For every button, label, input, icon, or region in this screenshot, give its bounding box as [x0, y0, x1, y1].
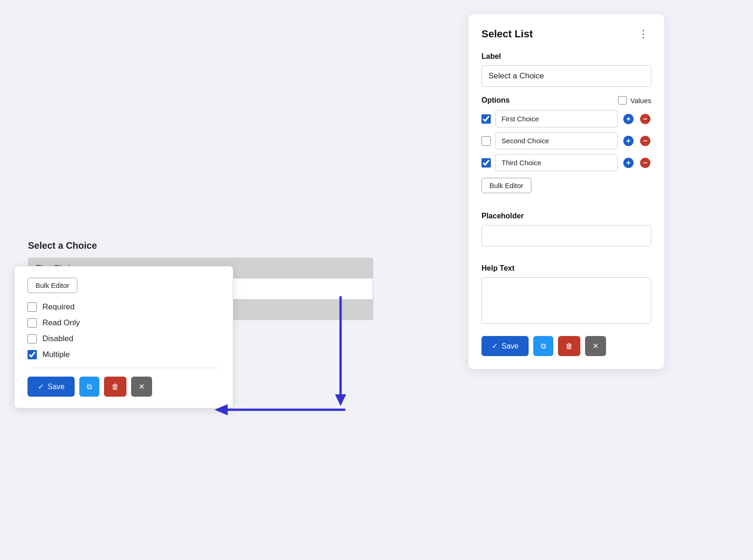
- readonly-checkbox[interactable]: [28, 318, 37, 328]
- right-delete-button[interactable]: 🗑: [558, 336, 580, 356]
- action-buttons: ✓ Save ⧉ 🗑 ✕: [28, 377, 220, 397]
- required-checkbox[interactable]: [28, 302, 37, 312]
- option-2-add-button[interactable]: +: [622, 135, 634, 147]
- minus-icon: −: [640, 136, 650, 146]
- right-save-label: Save: [502, 342, 518, 350]
- check-icon: ✓: [492, 342, 498, 350]
- right-action-buttons: ✓ Save ⧉ 🗑 ✕: [481, 336, 651, 356]
- help-text-input[interactable]: [481, 277, 651, 324]
- svg-marker-3: [215, 404, 228, 415]
- multiple-row: Multiple: [28, 350, 220, 359]
- form-label: Select a Choice: [28, 240, 373, 251]
- close-icon: ✕: [139, 383, 145, 391]
- multiple-label: Multiple: [42, 350, 70, 359]
- disabled-label: Disabled: [42, 334, 73, 343]
- option-2-remove-button[interactable]: −: [639, 135, 651, 147]
- check-icon: ✓: [38, 382, 44, 391]
- bulk-editor-button-right[interactable]: Bulk Editor: [481, 178, 531, 193]
- copy-icon: ⧉: [87, 383, 92, 391]
- placeholder-title: Placeholder: [481, 212, 651, 220]
- plus-icon: +: [623, 114, 634, 124]
- minus-icon: −: [640, 158, 650, 168]
- option-1-checkbox[interactable]: [481, 114, 491, 124]
- trash-icon: 🗑: [565, 342, 573, 350]
- options-section-title: Options: [481, 96, 509, 105]
- right-cancel-button[interactable]: ✕: [585, 336, 606, 356]
- required-row: Required: [28, 302, 220, 312]
- option-3-remove-button[interactable]: −: [639, 157, 651, 169]
- card-title: Select List: [481, 28, 533, 40]
- option-2-input[interactable]: [495, 132, 618, 149]
- cancel-button[interactable]: ✕: [131, 377, 152, 397]
- trash-icon: 🗑: [112, 383, 119, 391]
- copy-icon: ⧉: [541, 342, 546, 350]
- disabled-checkbox[interactable]: [28, 334, 37, 343]
- disabled-row: Disabled: [28, 334, 220, 343]
- placeholder-input[interactable]: [481, 225, 651, 246]
- option-1-remove-button[interactable]: −: [639, 113, 651, 125]
- options-header: Options Values: [481, 96, 651, 105]
- right-panel: Select List ⋮ Label Options Values + −: [380, 0, 753, 560]
- close-icon: ✕: [593, 342, 599, 350]
- plus-icon: +: [623, 158, 634, 168]
- delete-button[interactable]: 🗑: [104, 377, 126, 397]
- minus-icon: −: [640, 114, 650, 124]
- option-2-checkbox[interactable]: [481, 136, 491, 146]
- option-row-1: + −: [481, 110, 651, 127]
- readonly-row: Read Only: [28, 318, 220, 328]
- values-row: Values: [618, 96, 651, 105]
- bulk-editor-popup: Bulk Editor Required Read Only Disabled …: [14, 266, 233, 408]
- option-1-add-button[interactable]: +: [622, 113, 634, 125]
- right-save-button[interactable]: ✓ Save: [481, 336, 529, 356]
- card-header: Select List ⋮: [481, 27, 651, 41]
- option-1-input[interactable]: [495, 110, 618, 127]
- values-label: Values: [630, 97, 651, 105]
- option-3-input[interactable]: [495, 154, 618, 171]
- down-arrow: [335, 296, 346, 406]
- bulk-editor-button[interactable]: Bulk Editor: [28, 278, 77, 293]
- left-arrow: [215, 404, 345, 415]
- settings-card: Select List ⋮ Label Options Values + −: [468, 14, 664, 369]
- option-row-3: + −: [481, 154, 651, 171]
- placeholder-section: Placeholder: [481, 212, 651, 256]
- label-section-title: Label: [481, 52, 651, 61]
- multiple-checkbox[interactable]: [28, 350, 37, 359]
- copy-button[interactable]: ⧉: [79, 377, 99, 397]
- help-text-title: Help Text: [481, 264, 651, 273]
- option-row-2: + −: [481, 132, 651, 149]
- save-label: Save: [48, 383, 64, 391]
- help-text-section: Help Text: [481, 264, 651, 326]
- plus-icon: +: [623, 136, 634, 146]
- readonly-label: Read Only: [42, 318, 80, 328]
- option-3-checkbox[interactable]: [481, 158, 491, 168]
- more-options-icon[interactable]: ⋮: [635, 27, 651, 41]
- right-copy-button[interactable]: ⧉: [533, 336, 553, 356]
- values-checkbox[interactable]: [618, 96, 627, 105]
- required-label: Required: [42, 302, 75, 312]
- option-3-add-button[interactable]: +: [622, 157, 634, 169]
- label-input[interactable]: [481, 65, 651, 87]
- bulk-editor-section: Bulk Editor: [481, 178, 651, 203]
- save-button[interactable]: ✓ Save: [28, 377, 75, 397]
